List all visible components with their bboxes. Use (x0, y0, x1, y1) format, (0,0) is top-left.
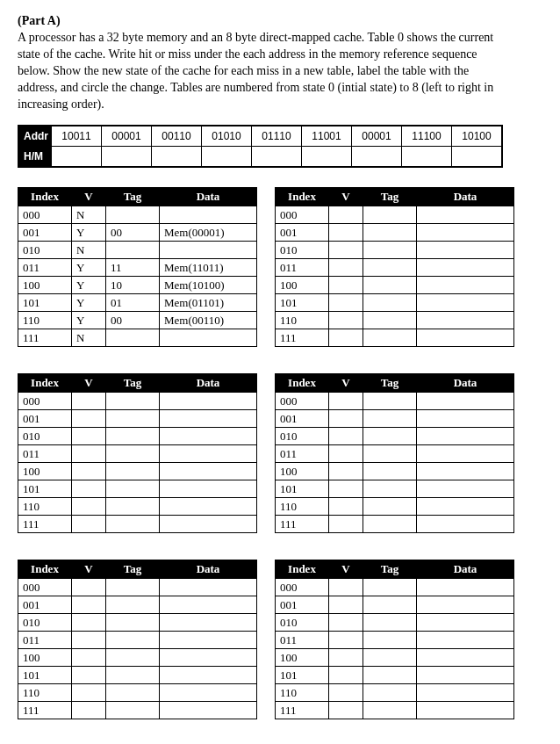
cache-cell-tag[interactable] (106, 445, 160, 463)
cache-cell-tag[interactable] (106, 428, 160, 445)
cache-cell-v[interactable] (329, 480, 363, 498)
cache-cell-v[interactable] (329, 224, 363, 242)
cache-cell-tag[interactable] (363, 614, 417, 632)
cache-cell-v[interactable] (72, 498, 106, 516)
cache-cell-data[interactable]: Mem(01101) (160, 294, 257, 312)
cache-cell-tag[interactable]: 11 (106, 259, 160, 277)
cache-cell-v[interactable] (329, 463, 363, 480)
cache-cell-v[interactable] (72, 463, 106, 480)
cache-cell-v[interactable] (329, 667, 363, 684)
hm-cell[interactable] (302, 147, 352, 168)
cache-cell-data[interactable] (160, 667, 257, 684)
cache-cell-v[interactable] (72, 632, 106, 649)
cache-cell-tag[interactable] (363, 259, 417, 277)
cache-cell-data[interactable] (160, 463, 257, 480)
cache-cell-data[interactable] (160, 410, 257, 428)
cache-cell-data[interactable] (160, 498, 257, 516)
cache-cell-v[interactable] (72, 393, 106, 410)
cache-cell-tag[interactable] (363, 516, 417, 533)
cache-cell-v[interactable] (329, 516, 363, 533)
cache-cell-tag[interactable]: 00 (106, 312, 160, 329)
cache-cell-tag[interactable] (106, 667, 160, 684)
cache-cell-tag[interactable] (363, 702, 417, 719)
cache-cell-data[interactable] (160, 596, 257, 614)
cache-cell-v[interactable] (72, 702, 106, 719)
cache-cell-data[interactable] (417, 498, 514, 516)
cache-cell-v[interactable]: N (72, 242, 106, 259)
cache-cell-data[interactable] (160, 614, 257, 632)
cache-cell-tag[interactable] (106, 242, 160, 259)
cache-cell-data[interactable] (160, 684, 257, 702)
cache-cell-v[interactable] (329, 329, 363, 347)
cache-cell-tag[interactable] (106, 410, 160, 428)
cache-cell-v[interactable] (329, 410, 363, 428)
cache-cell-data[interactable] (417, 667, 514, 684)
cache-cell-data[interactable] (417, 294, 514, 312)
hm-cell[interactable] (452, 147, 503, 168)
cache-cell-v[interactable]: Y (72, 277, 106, 294)
cache-cell-data[interactable] (417, 632, 514, 649)
cache-cell-v[interactable] (329, 206, 363, 224)
cache-cell-tag[interactable] (106, 498, 160, 516)
hm-cell[interactable] (402, 147, 452, 168)
cache-cell-v[interactable]: N (72, 329, 106, 347)
cache-cell-data[interactable] (417, 428, 514, 445)
cache-cell-v[interactable] (72, 614, 106, 632)
cache-cell-tag[interactable] (106, 463, 160, 480)
cache-cell-data[interactable] (417, 516, 514, 533)
cache-cell-v[interactable] (329, 393, 363, 410)
cache-cell-tag[interactable] (363, 393, 417, 410)
cache-cell-data[interactable] (160, 632, 257, 649)
cache-cell-tag[interactable] (106, 702, 160, 719)
hm-cell[interactable] (202, 147, 252, 168)
cache-cell-tag[interactable]: 01 (106, 294, 160, 312)
cache-cell-data[interactable] (160, 329, 257, 347)
cache-cell-v[interactable] (72, 445, 106, 463)
cache-cell-tag[interactable] (363, 206, 417, 224)
cache-cell-data[interactable] (417, 579, 514, 596)
cache-cell-data[interactable] (417, 684, 514, 702)
cache-cell-tag[interactable] (106, 480, 160, 498)
cache-cell-data[interactable] (417, 206, 514, 224)
cache-cell-data[interactable] (417, 649, 514, 667)
cache-cell-v[interactable]: Y (72, 294, 106, 312)
cache-cell-tag[interactable] (106, 684, 160, 702)
cache-cell-tag[interactable]: 10 (106, 277, 160, 294)
cache-cell-data[interactable] (160, 428, 257, 445)
cache-cell-tag[interactable] (106, 596, 160, 614)
cache-cell-data[interactable] (417, 329, 514, 347)
cache-cell-tag[interactable] (363, 224, 417, 242)
cache-cell-data[interactable]: Mem(00110) (160, 312, 257, 329)
cache-cell-tag[interactable] (363, 242, 417, 259)
cache-cell-v[interactable] (72, 649, 106, 667)
cache-cell-data[interactable] (417, 277, 514, 294)
hm-cell[interactable] (102, 147, 152, 168)
cache-cell-data[interactable]: Mem(10100) (160, 277, 257, 294)
cache-cell-data[interactable] (417, 445, 514, 463)
cache-cell-tag[interactable] (363, 480, 417, 498)
cache-cell-data[interactable] (417, 224, 514, 242)
cache-cell-tag[interactable] (363, 579, 417, 596)
cache-cell-tag[interactable] (363, 428, 417, 445)
cache-cell-tag[interactable] (363, 649, 417, 667)
cache-cell-data[interactable]: Mem(11011) (160, 259, 257, 277)
cache-cell-v[interactable] (329, 649, 363, 667)
cache-cell-v[interactable]: Y (72, 224, 106, 242)
cache-cell-v[interactable] (329, 596, 363, 614)
cache-cell-data[interactable] (160, 242, 257, 259)
cache-cell-tag[interactable] (363, 596, 417, 614)
cache-cell-v[interactable] (329, 632, 363, 649)
cache-cell-data[interactable] (417, 614, 514, 632)
cache-cell-v[interactable] (72, 428, 106, 445)
cache-cell-v[interactable] (329, 702, 363, 719)
cache-cell-tag[interactable] (363, 277, 417, 294)
cache-cell-v[interactable] (72, 667, 106, 684)
cache-cell-tag[interactable] (363, 410, 417, 428)
cache-cell-data[interactable] (160, 480, 257, 498)
cache-cell-v[interactable] (329, 312, 363, 329)
cache-cell-tag[interactable] (363, 667, 417, 684)
cache-cell-data[interactable] (417, 480, 514, 498)
cache-cell-data[interactable] (417, 393, 514, 410)
cache-cell-v[interactable] (329, 684, 363, 702)
cache-cell-tag[interactable] (106, 632, 160, 649)
